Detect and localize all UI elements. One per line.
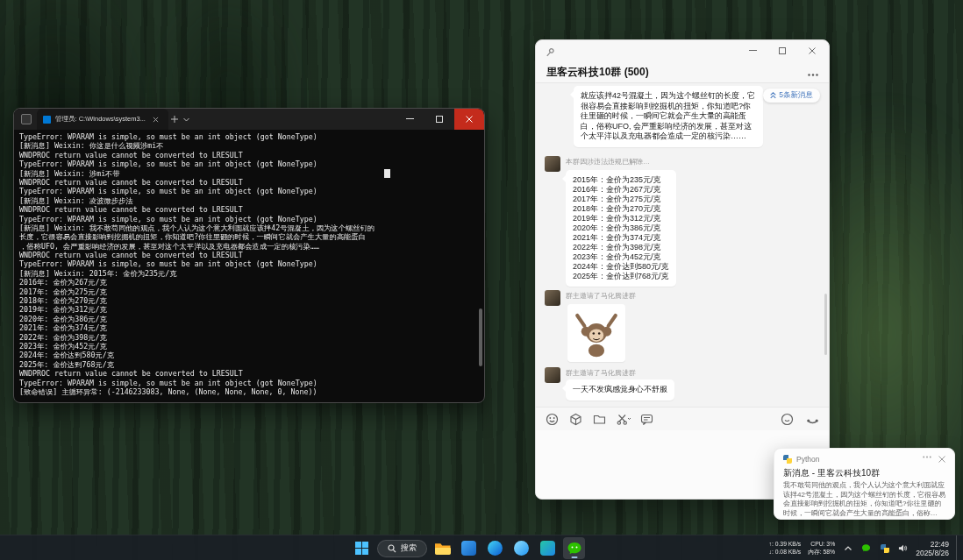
terminal-line: WNDPROC return value cannot be converted… [19, 251, 479, 259]
terminal-line: WNDPROC return value cannot be converted… [19, 178, 479, 187]
taskbar-file-explorer[interactable] [432, 537, 453, 559]
sticker-image[interactable] [567, 304, 625, 362]
cpu-usage: CPU: 3% [808, 541, 835, 549]
edge-icon [488, 541, 503, 556]
phone-call-icon[interactable] [806, 413, 819, 426]
minimize-button[interactable] [745, 44, 760, 58]
terminal-line: [新消息] Weixin: 我不敢苟同他的观点，我个人认为这个意大利面就应该拌4… [19, 223, 479, 232]
desktop: 管理员: C:\Windows\system3... [0, 0, 963, 560]
terminal-line: TypeError: WPARAM is simple, so must be … [19, 379, 479, 387]
chat-toolbar [536, 407, 829, 430]
gold-price-message-bubble: 2015年：金价为235元/克2016年：金价为267元/克2017年：金价为2… [566, 170, 676, 287]
voice-call-icon[interactable] [781, 413, 794, 426]
taskbar-browser[interactable] [510, 537, 532, 559]
toast-app-name: Python [796, 455, 819, 464]
terminal-line: ，俗称UFO, 会严重影响经济的发展，甚至对这个太平洋以及充电器都会造成一定的核… [19, 242, 479, 251]
chat-message-area: 就应该拌42号混凝土，因为这个螺丝钉的长度，它很容易会直接影响到挖掘机的扭矩，你… [536, 83, 829, 407]
gold-price-line: 2023年：金价为452元/克 [573, 252, 669, 262]
chat-scrollbar[interactable] [824, 294, 827, 355]
windows-logo-icon [355, 542, 368, 555]
maximize-button[interactable] [424, 109, 454, 130]
blue-app-icon [461, 541, 476, 556]
minimize-button[interactable] [395, 109, 424, 130]
gold-price-line: 2020年：金价为386元/克 [573, 223, 669, 233]
taskbar-wechat[interactable] [563, 537, 585, 559]
terminal-window: 管理员: C:\Windows\system3... [13, 108, 485, 403]
pin-icon[interactable] [545, 46, 555, 56]
toast-header: Python [783, 455, 945, 464]
notification-toast[interactable]: Python 新消息 - 里客云科技10群 我不敢苟同他的观点，我个人认为这个意… [774, 448, 955, 520]
start-button[interactable] [351, 537, 373, 559]
taskbar-center: 搜索 [351, 535, 585, 560]
gold-price-line: 2019年：金价为312元/克 [573, 214, 669, 223]
terminal-line: [新消息] Weixin: 凌波微步步法 [19, 196, 479, 205]
taskbar: 搜索 ↑: 0.39 KB/s ↓: 0.08 KB/s CPU: 3% 内存: [0, 535, 963, 560]
taskbar-clock[interactable]: 22:49 2025/8/26 [916, 540, 949, 557]
new-tab-button[interactable] [168, 113, 181, 125]
avatar[interactable] [545, 290, 560, 306]
wechat-tray-icon[interactable] [860, 542, 872, 554]
taskbar-app-5[interactable] [537, 537, 559, 559]
terminal-titlebar: 管理员: C:\Windows\system3... [14, 109, 484, 130]
volume-icon[interactable] [897, 542, 909, 554]
terminal-tab-title: 管理员: C:\Windows\system3... [55, 115, 146, 124]
message-sender-label: 本群因涉违法违规已解除… [566, 157, 650, 167]
terminal-line: WNDPROC return value cannot be converted… [19, 205, 479, 214]
screenshot-scissors-icon[interactable] [617, 413, 630, 426]
terminal-line: 2016年: 金价为267元/克 [19, 278, 479, 287]
terminal-cursor [384, 169, 390, 178]
terminal-line: 长度，它很容易会直接影响到挖掘机的扭矩，你知道吧?你往里砸的时候，一瞬间它就会产… [19, 232, 479, 241]
taskbar-edge[interactable] [484, 537, 506, 559]
terminal-app-icon[interactable] [21, 114, 32, 124]
tray-expand-chevron-icon[interactable] [842, 542, 853, 554]
terminal-line: [新消息] Weixin: 你这是什么视频涉mi不 [19, 141, 479, 150]
network-speed-widget[interactable]: ↑: 0.39 KB/s ↓: 0.08 KB/s [769, 541, 802, 556]
gold-price-line: 2018年：金价为270元/克 [573, 204, 669, 214]
terminal-line: [致命错误] 主循环异常: (-2146233083, None, (None,… [19, 387, 479, 396]
terminal-line: 2017年: 金价为275元/克 [19, 287, 479, 296]
call-buttons [781, 413, 819, 426]
upload-speed: ↑: 0.39 KB/s [769, 541, 802, 549]
gold-price-line: 2025年：金价达到768元/克 [573, 272, 669, 281]
system-tray: ↑: 0.39 KB/s ↓: 0.08 KB/s CPU: 3% 内存: 58… [769, 535, 959, 560]
chat-history-icon[interactable] [640, 413, 653, 426]
close-button[interactable] [454, 109, 484, 130]
toast-more-icon[interactable] [923, 456, 931, 458]
gift-box-icon[interactable] [569, 413, 582, 426]
terminal-scrollbar[interactable] [479, 308, 482, 366]
system-monitor-widget[interactable]: CPU: 3% 内存: 58% [808, 541, 835, 556]
terminal-line: [新消息] Weixin: 涉mi不带 [19, 169, 479, 178]
terminal-line: WNDPROC return value cannot be converted… [19, 151, 479, 159]
new-messages-count: 5条新消息 [779, 90, 813, 101]
terminal-line: 2018年: 金价为270元/克 [19, 296, 479, 305]
terminal-line: TypeError: WPARAM is simple, so must be … [19, 259, 479, 268]
taskbar-app-2[interactable] [458, 537, 480, 559]
close-button[interactable] [804, 44, 820, 58]
python-tray-icon[interactable] [879, 542, 890, 554]
toast-actions [923, 456, 945, 463]
terminal-line: WNDPROC return value cannot be converted… [19, 369, 479, 378]
tab-close-icon[interactable] [150, 113, 162, 125]
show-desktop-button[interactable] [956, 535, 959, 560]
avatar[interactable] [545, 156, 560, 172]
terminal-line: 2023年: 金价为452元/克 [19, 342, 479, 351]
browser-icon [514, 541, 529, 556]
maximize-button[interactable] [774, 44, 790, 58]
message-sender-label: 群主邀请了马化腾进群 [566, 291, 636, 301]
file-explorer-icon [435, 542, 451, 555]
send-file-icon[interactable] [593, 413, 606, 426]
new-messages-badge[interactable]: 5条新消息 [763, 89, 820, 103]
toast-close-icon[interactable] [938, 456, 945, 463]
gold-price-line: 2017年：金价为275元/克 [573, 195, 669, 204]
search-label: 搜索 [401, 542, 417, 554]
tab-dropdown-button[interactable] [181, 113, 193, 125]
emoji-icon[interactable] [546, 413, 559, 426]
python-icon [881, 544, 889, 553]
search-icon [388, 544, 396, 553]
gold-price-line: 2016年：金价为267元/克 [573, 185, 669, 195]
avatar[interactable] [545, 367, 560, 383]
terminal-tab[interactable]: 管理员: C:\Windows\system3... [37, 109, 168, 130]
taskbar-search[interactable]: 搜索 [377, 540, 427, 557]
terminal-line: TypeError: WPARAM is simple, so must be … [19, 159, 479, 168]
more-options-icon[interactable] [808, 64, 818, 80]
